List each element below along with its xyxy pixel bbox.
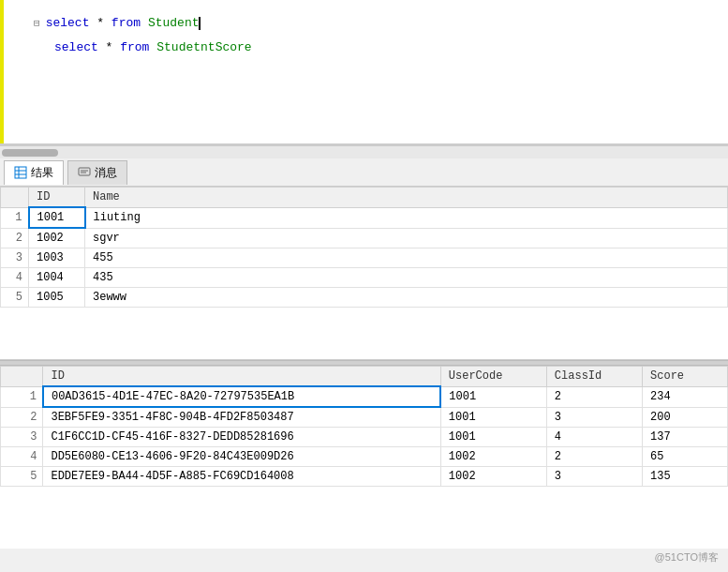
table2-col-classid: ClassId: [546, 367, 642, 387]
sql-content: ⊟ select * from Student select * from St…: [0, 8, 728, 58]
cell-name[interactable]: 455: [85, 248, 728, 268]
horizontal-scrollbar[interactable]: [0, 145, 728, 158]
cell-id[interactable]: 1004: [29, 268, 85, 288]
tab-results[interactable]: 结果: [4, 160, 64, 185]
row-number: 4: [1, 447, 43, 467]
cell-score[interactable]: 234: [643, 386, 728, 407]
cell-classid[interactable]: 3: [546, 467, 642, 487]
cell-usercode[interactable]: 1002: [440, 467, 546, 487]
table1-col-id: ID: [29, 188, 85, 208]
cell-id[interactable]: 1002: [29, 228, 85, 248]
table-row[interactable]: 31003455: [1, 248, 728, 268]
cell-guid[interactable]: C1F6CC1D-CF45-416F-8327-DEDD85281696: [43, 428, 440, 447]
cell-guid[interactable]: EDDE7EE9-BA44-4D5F-A885-FC69CD164008: [43, 467, 440, 487]
sql-line-1: ⊟ select * from Student: [26, 13, 728, 34]
cell-usercode[interactable]: 1001: [440, 386, 546, 407]
cell-score[interactable]: 137: [643, 428, 728, 447]
keyword-select-1: select: [46, 13, 90, 34]
keyword-from-2: from: [120, 38, 149, 58]
watermark: @51CTO博客: [655, 550, 719, 564]
cell-name[interactable]: sgvr: [85, 228, 728, 248]
table-row[interactable]: 4DD5E6080-CE13-4606-9F20-84C43E009D26100…: [1, 447, 728, 467]
results-table-2: ID UserCode ClassId Score 100AD3615-4D1E…: [0, 366, 728, 487]
table-row[interactable]: 41004435: [1, 268, 728, 288]
cell-usercode[interactable]: 1002: [440, 447, 546, 467]
results-tabs: 结果 消息: [0, 158, 728, 187]
table-row[interactable]: 5EDDE7EE9-BA44-4D5F-A885-FC69CD164008100…: [1, 467, 728, 487]
text-cursor: [199, 17, 201, 30]
table-row[interactable]: 3C1F6CC1D-CF45-416F-8327-DEDD85281696100…: [1, 428, 728, 447]
message-icon: [78, 166, 91, 179]
cell-classid[interactable]: 2: [546, 447, 642, 467]
cell-name[interactable]: 435: [85, 268, 728, 288]
row-number: 3: [1, 428, 43, 447]
table1-col-name: Name: [85, 188, 728, 208]
keyword-select-2: select: [54, 38, 98, 58]
cell-name[interactable]: liuting: [85, 207, 728, 228]
table-name-2: StudetntScore: [156, 38, 251, 58]
results-table-2-section: ID UserCode ClassId Score 100AD3615-4D1E…: [0, 366, 728, 549]
cell-guid[interactable]: 3EBF5FE9-3351-4F8C-904B-4FD2F8503487: [43, 407, 440, 428]
svg-rect-4: [79, 168, 90, 175]
cell-id[interactable]: 1005: [29, 288, 85, 308]
row-number: 2: [1, 407, 43, 428]
sql-editor[interactable]: ⊟ select * from Student select * from St…: [0, 0, 728, 145]
cell-score[interactable]: 65: [643, 447, 728, 467]
cell-id[interactable]: 1001: [29, 207, 85, 228]
row-number: 1: [1, 386, 43, 407]
table2-col-rownum: [1, 367, 43, 387]
table-row[interactable]: 100AD3615-4D1E-47EC-8A20-72797535EA1B100…: [1, 386, 728, 407]
cell-usercode[interactable]: 1001: [440, 428, 546, 447]
results-table-1: ID Name 11001liuting21002sgvr31003455410…: [0, 187, 728, 308]
table-row[interactable]: 510053ewww: [1, 288, 728, 308]
cell-classid[interactable]: 2: [546, 386, 642, 407]
cell-score[interactable]: 200: [643, 407, 728, 428]
row-number: 2: [1, 228, 29, 248]
cell-classid[interactable]: 4: [546, 428, 642, 447]
cell-usercode[interactable]: 1001: [440, 407, 546, 428]
table-icon: [14, 166, 27, 179]
row-number: 4: [1, 268, 29, 288]
table2-header-row: ID UserCode ClassId Score: [1, 367, 728, 387]
table2-col-usercode: UserCode: [440, 367, 546, 387]
row-number: 3: [1, 248, 29, 268]
cell-name[interactable]: 3ewww: [85, 288, 728, 308]
sql-line-2: select * from StudetntScore: [26, 38, 728, 58]
keyword-from-1: from: [111, 13, 141, 34]
results-table-1-section: ID Name 11001liuting21002sgvr31003455410…: [0, 187, 728, 360]
cell-classid[interactable]: 3: [546, 407, 642, 428]
tab-messages-label: 消息: [95, 165, 117, 181]
table1-header-row: ID Name: [1, 188, 728, 208]
tab-results-label: 结果: [31, 165, 53, 181]
scrollbar-thumb[interactable]: [2, 149, 58, 157]
row-number: 5: [1, 467, 43, 487]
cell-id[interactable]: 1003: [29, 248, 85, 268]
table2-col-score: Score: [643, 367, 728, 387]
cell-guid[interactable]: 00AD3615-4D1E-47EC-8A20-72797535EA1B: [43, 386, 440, 407]
table2-col-id: ID: [43, 367, 440, 387]
table-row[interactable]: 21002sgvr: [1, 228, 728, 248]
table-name-1: Student: [148, 13, 200, 34]
table-row[interactable]: 11001liuting: [1, 207, 728, 228]
table1-col-rownum: [1, 188, 29, 208]
cell-guid[interactable]: DD5E6080-CE13-4606-9F20-84C43E009D26: [43, 447, 440, 467]
tab-messages[interactable]: 消息: [67, 160, 127, 185]
svg-rect-0: [15, 167, 26, 178]
row-number: 5: [1, 288, 29, 308]
table-row[interactable]: 23EBF5FE9-3351-4F8C-904B-4FD2F8503487100…: [1, 407, 728, 428]
minus-icon: ⊟: [34, 13, 40, 34]
cell-score[interactable]: 135: [643, 467, 728, 487]
yellow-indicator: [0, 0, 4, 143]
row-number: 1: [1, 207, 29, 228]
